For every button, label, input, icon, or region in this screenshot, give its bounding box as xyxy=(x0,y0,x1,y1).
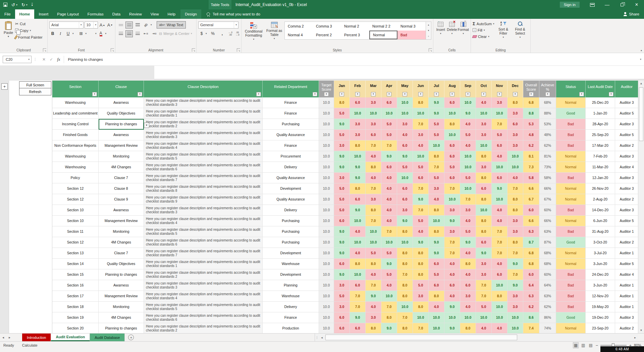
cell-month-score[interactable]: 9.0 xyxy=(381,151,397,162)
filter-dropdown-icon[interactable]: ▼ xyxy=(355,92,360,96)
orientation-button[interactable]: ab xyxy=(142,21,150,29)
cell-overall-score[interactable]: 6.2 xyxy=(523,140,539,151)
cell-month-score[interactable]: 9.0 xyxy=(507,280,523,291)
cell-last-audit-date[interactable]: 3-Oct-20 xyxy=(586,237,615,248)
align-top-button[interactable] xyxy=(117,21,124,29)
format-cells-button[interactable]: Format▾ xyxy=(458,20,469,35)
filter-dropdown-icon[interactable]: ▼ xyxy=(529,92,534,96)
cell-section[interactable]: Finished Goods xyxy=(52,130,99,140)
cell-month-score[interactable]: 4.0 xyxy=(476,323,492,333)
ribbon-display-options-button[interactable] xyxy=(585,0,600,9)
cell-month-score[interactable]: 6.0 xyxy=(381,162,397,173)
cell-month-score[interactable]: 9.0 xyxy=(350,162,366,173)
cell-month-score[interactable]: 10.0 xyxy=(476,140,492,151)
cell-month-score[interactable]: 6.0 xyxy=(397,140,413,151)
close-button[interactable]: × xyxy=(629,0,644,9)
cell-month-score[interactable]: 7.0 xyxy=(507,248,523,259)
cell-description[interactable]: Here you can register clause description… xyxy=(144,216,263,226)
cell-month-score[interactable]: 5.0 xyxy=(429,173,444,183)
collapse-ribbon-icon[interactable]: ▴ xyxy=(641,49,642,52)
cell-month-score[interactable]: 3.0 xyxy=(444,205,460,216)
cell-section[interactable]: Warehousing xyxy=(52,97,99,108)
cell-month-score[interactable]: 7.0 xyxy=(492,237,507,248)
cell-month-score[interactable]: 3.0 xyxy=(476,162,492,173)
cell-auditor[interactable]: Auditor 5 xyxy=(615,108,639,119)
filter-dropdown-icon[interactable]: ▼ xyxy=(609,92,613,96)
cell-month-score[interactable]: 3.0 xyxy=(413,291,429,302)
cell-description[interactable]: Here you can register clause description… xyxy=(144,248,263,259)
cell-month-score[interactable]: 7.0 xyxy=(366,140,381,151)
cell-month-score[interactable]: 7.0 xyxy=(444,248,460,259)
cell-clause[interactable]: Management Review xyxy=(99,216,144,226)
column-header-last-audit-date[interactable]: Last Audit Date▼ xyxy=(586,81,615,97)
column-header-achieve[interactable]: Achieve %▼ xyxy=(539,81,556,97)
cell-overall-score[interactable]: 8.6 xyxy=(523,312,539,323)
decrease-decimal-button[interactable]: .00→.0 xyxy=(235,31,239,36)
cell-department[interactable]: Warehouse xyxy=(263,259,319,269)
cell-month-score[interactable]: 4.0 xyxy=(492,205,507,216)
filter-dropdown-icon[interactable]: ▼ xyxy=(450,92,454,96)
cell-month-score[interactable]: 10.0 xyxy=(366,226,381,237)
cell-clause[interactable]: Awarness xyxy=(99,130,144,140)
cell-department[interactable]: Purchasing xyxy=(263,119,319,130)
status-badge[interactable]: Normal xyxy=(556,248,586,259)
filter-dropdown-icon[interactable]: ▼ xyxy=(418,92,423,96)
cell-month-score[interactable]: 4.0 xyxy=(381,173,397,183)
sort-filter-button[interactable]: AZ Sort & Filter▾ xyxy=(496,20,511,40)
tell-me-box[interactable]: Tell me what you want to do xyxy=(207,9,260,19)
cell-month-score[interactable]: 9.0 xyxy=(429,108,444,119)
cell-month-score[interactable]: 7.0 xyxy=(381,302,397,312)
cell-month-score[interactable]: 10.0 xyxy=(429,323,444,333)
cell-month-score[interactable]: 10.0 xyxy=(444,312,460,323)
cell-last-audit-date[interactable]: 31-Aug-20 xyxy=(586,226,615,237)
cancel-entry-icon[interactable]: ✕ xyxy=(42,57,46,62)
cell-target-score[interactable]: 10.0 xyxy=(319,226,334,237)
cell-month-score[interactable]: 7.0 xyxy=(507,183,523,194)
prev-sheet-icon[interactable]: ◂ xyxy=(0,334,6,341)
cell-month-score[interactable]: 5.0 xyxy=(413,162,429,173)
vertical-scroll-thumb[interactable] xyxy=(639,87,643,141)
cell-description[interactable]: Here you can register clause description… xyxy=(144,108,263,119)
column-header-sep[interactable]: Sep▼ xyxy=(460,81,476,97)
cell-auditor[interactable]: Auditor 1 xyxy=(615,291,639,302)
scroll-left-icon[interactable]: ◂ xyxy=(319,336,325,339)
status-badge[interactable]: Bad xyxy=(556,291,586,302)
cell-target-score[interactable]: 10.0 xyxy=(319,237,334,248)
cell-month-score[interactable]: 10.0 xyxy=(397,108,413,119)
cell-target-score[interactable]: 10.0 xyxy=(319,259,334,269)
cell-clause[interactable]: Awarness xyxy=(99,280,144,291)
cell-month-score[interactable]: 3.0 xyxy=(429,183,444,194)
cell-department[interactable]: Quality Assurance xyxy=(263,194,319,205)
cell-month-score[interactable]: 5.0 xyxy=(334,108,350,119)
cell-last-audit-date[interactable]: 24-Dec-20 xyxy=(586,269,615,280)
cell-month-score[interactable]: 9.0 xyxy=(444,216,460,226)
cell-month-score[interactable]: 3.0 xyxy=(507,226,523,237)
cell-month-score[interactable]: 9.0 xyxy=(334,119,350,130)
cell-month-score[interactable]: 6.0 xyxy=(366,130,381,140)
cell-department[interactable]: Finance xyxy=(263,108,319,119)
expand-formula-bar-icon[interactable]: ▾ xyxy=(640,58,641,61)
cell-month-score[interactable]: 10.0 xyxy=(492,312,507,323)
align-left-button[interactable] xyxy=(117,30,124,37)
cell-month-score[interactable]: 10.0 xyxy=(381,237,397,248)
cell-month-score[interactable]: 7.0 xyxy=(413,183,429,194)
cell-month-score[interactable]: 9.0 xyxy=(429,97,444,108)
cell-department[interactable]: Development xyxy=(263,248,319,259)
cell-target-score[interactable]: 10.0 xyxy=(319,302,334,312)
cell-overall-score[interactable]: 6.8 xyxy=(523,248,539,259)
cell-month-score[interactable]: 5.0 xyxy=(429,119,444,130)
cell-description[interactable]: Here you can register clause description… xyxy=(144,302,263,312)
conditional-formatting-button[interactable]: ≠ Conditional Formatting▾ xyxy=(243,20,264,41)
style-percent-3[interactable]: Percent 3 xyxy=(341,31,369,39)
horizontal-scroll-thumb[interactable] xyxy=(325,335,517,340)
number-dialog-launcher-icon[interactable]: ↘ xyxy=(237,48,240,52)
cell-month-score[interactable]: 8.0 xyxy=(397,248,413,259)
name-box[interactable]: C20▾ xyxy=(3,56,32,63)
cell-month-score[interactable]: 6.0 xyxy=(460,280,476,291)
cell-last-audit-date[interactable]: 12-Nov-20 xyxy=(586,291,615,302)
cell-month-score[interactable]: 10.0 xyxy=(397,302,413,312)
font-name-select[interactable]: Arial▾ xyxy=(49,21,84,29)
insert-function-icon[interactable]: fx xyxy=(57,57,60,62)
cell-overall-score[interactable]: 6.6 xyxy=(523,216,539,226)
cell-month-score[interactable]: 3.0 xyxy=(507,216,523,226)
